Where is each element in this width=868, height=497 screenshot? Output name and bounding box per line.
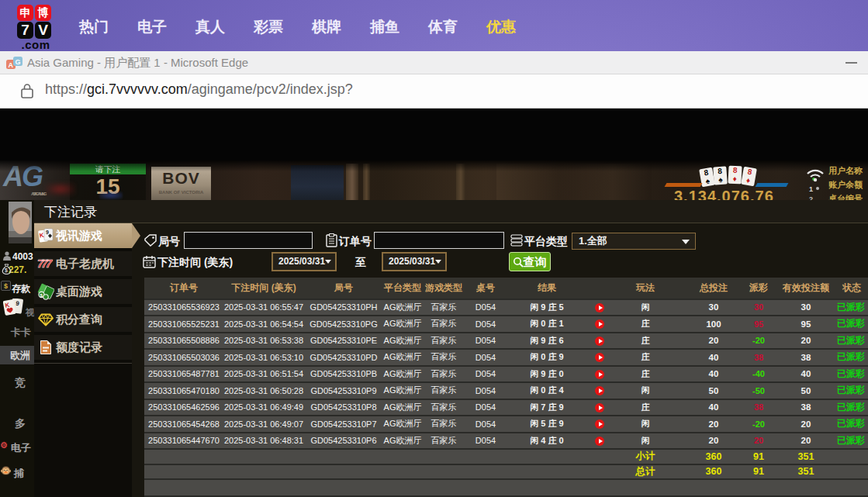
svg-text:777: 777 bbox=[37, 257, 53, 270]
svg-text:*: * bbox=[9, 256, 11, 261]
svg-text:G: G bbox=[16, 58, 21, 66]
svg-text:9: 9 bbox=[46, 230, 49, 235]
svg-text:A: A bbox=[9, 61, 14, 69]
svg-text:$: $ bbox=[5, 267, 8, 274]
